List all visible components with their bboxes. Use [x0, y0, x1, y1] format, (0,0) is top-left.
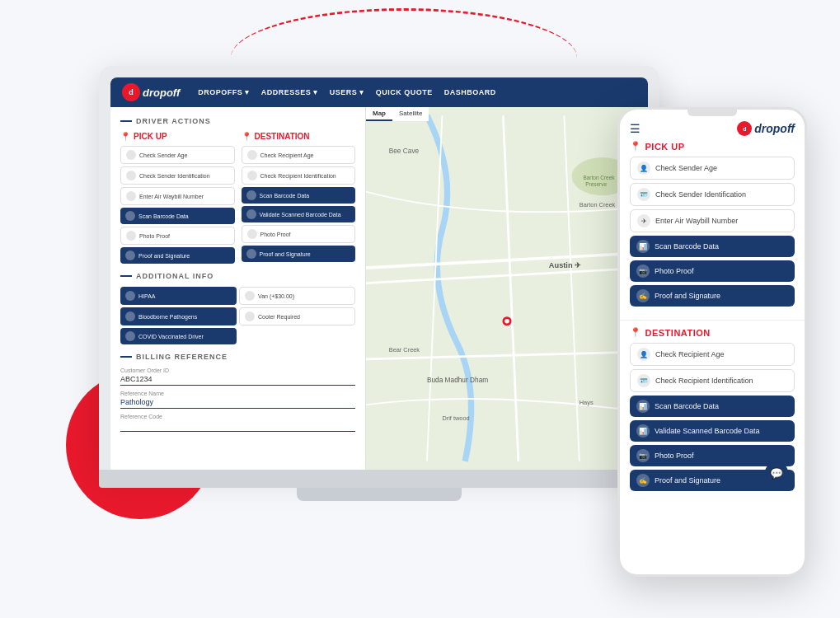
svg-text:Drif twood: Drif twood — [442, 414, 469, 422]
laptop-base — [99, 470, 659, 488]
sig-icon — [246, 249, 256, 259]
phone-check-recipient-id[interactable]: 🪪 Check Recipient Identification — [630, 369, 795, 392]
map-panel: Map Satellite — [366, 107, 648, 470]
additional-info-header: ADDITIONAL INFO — [120, 272, 355, 280]
user-icon: 👤 — [637, 348, 650, 361]
svg-text:Austin ✈: Austin ✈ — [549, 261, 581, 269]
ref-name-label: Reference Name — [120, 391, 355, 396]
van-btn[interactable]: Van (+$30.00) — [239, 287, 355, 305]
check-recipient-id-btn[interactable]: Check Recipient Identification — [242, 166, 356, 185]
phone-proof-sig-dest[interactable]: ✍ Proof and Signature 💬 — [630, 470, 795, 491]
phone-notch — [687, 110, 737, 116]
photo-icon — [247, 229, 257, 239]
nav-logo-text: dropoff — [143, 87, 180, 99]
map-tab-satellite[interactable]: Satellite — [392, 107, 429, 121]
svg-text:Barton Creek: Barton Creek — [580, 201, 616, 208]
billing-header: BILLING REFERENCE — [120, 353, 355, 361]
user-icon: 👤 — [637, 162, 650, 175]
sig-icon — [125, 250, 135, 260]
phone-content: ☰ d dropoff 📍 PICK UP 👤 Check Sender Age… — [620, 110, 805, 574]
user-icon — [126, 150, 136, 160]
phone-scan-barcode-dest[interactable]: 📊 Scan Barcode Data — [630, 396, 795, 417]
covid-icon — [125, 331, 135, 341]
phone-validate-barcode[interactable]: 📊 Validate Scanned Barcode Data — [630, 420, 795, 442]
user-icon — [247, 150, 257, 160]
navbar: d dropoff DROPOFFS ▾ ADDRESSES ▾ USERS ▾… — [110, 77, 648, 107]
nav-logo: d dropoff — [122, 83, 180, 101]
phone-check-recipient-age[interactable]: 👤 Check Recipient Age — [630, 343, 795, 366]
phone-photo-proof-pickup[interactable]: 📷 Photo Proof — [630, 260, 795, 282]
nav-items: DROPOFFS ▾ ADDRESSES ▾ USERS ▾ QUICK QUO… — [198, 88, 496, 96]
sig-icon: ✍ — [636, 289, 650, 302]
validate-barcode-btn[interactable]: Validate Scanned Barcode Data — [242, 206, 356, 222]
photo-proof-pickup-btn[interactable]: Photo Proof — [120, 227, 235, 245]
billing-section: Customer Order ID ABC1234 Reference Name… — [120, 368, 355, 432]
sig-icon: ✍ — [636, 474, 650, 487]
nav-dashboard[interactable]: DASHBOARD — [444, 88, 496, 96]
laptop: d dropoff DROPOFFS ▾ ADDRESSES ▾ USERS ▾… — [99, 66, 659, 527]
phone-enter-waybill[interactable]: ✈ Enter Air Waybill Number — [630, 209, 795, 232]
id-icon — [126, 171, 136, 180]
check-recipient-age-btn[interactable]: Check Recipient Age — [242, 146, 356, 164]
ref-code-label: Reference Code — [120, 414, 355, 419]
enter-waybill-btn[interactable]: Enter Air Waybill Number — [120, 187, 235, 205]
barcode-icon — [246, 190, 256, 200]
phone-logo-text: dropoff — [754, 122, 795, 135]
proof-sig-pickup-btn[interactable]: Proof and Signature — [120, 247, 235, 264]
phone-logo: d dropoff — [737, 121, 795, 136]
barcode-icon: 📊 — [636, 400, 650, 413]
phone-pickup-title: 📍 PICK UP — [630, 141, 795, 152]
pickup-title: 📍 PICK UP — [120, 132, 235, 141]
covid-btn[interactable]: COVID Vaccinated Driver — [120, 328, 237, 344]
photo-icon: 📷 — [636, 449, 650, 462]
waybill-icon — [126, 191, 136, 201]
phone-navbar: ☰ d dropoff — [620, 118, 805, 141]
photo-proof-dest-btn[interactable]: Photo Proof — [242, 225, 356, 243]
scan-barcode-dest-btn[interactable]: Scan Barcode Data — [242, 187, 356, 204]
main-content: DRIVER ACTIONS 📍 PICK UP — [110, 107, 648, 470]
destination-title: 📍 DESTINATION — [242, 132, 356, 141]
phone-scan-barcode-pickup[interactable]: 📊 Scan Barcode Data — [630, 236, 795, 257]
waybill-icon: ✈ — [637, 214, 650, 227]
map-tabs: Map Satellite — [366, 107, 429, 121]
check-sender-age-btn[interactable]: Check Sender Age — [120, 146, 235, 164]
phone-destination-section: 📍 DESTINATION 👤 Check Recipient Age 🪪 Ch… — [620, 327, 805, 501]
photo-icon: 📷 — [636, 265, 650, 278]
svg-text:Bear Creek: Bear Creek — [389, 346, 420, 353]
validate-icon: 📊 — [636, 424, 650, 438]
customer-order-value: ABC1234 — [120, 375, 355, 386]
phone-proof-sig-pickup[interactable]: ✍ Proof and Signature — [630, 285, 795, 307]
nav-users[interactable]: USERS ▾ — [330, 88, 364, 96]
map-tab-map[interactable]: Map — [366, 107, 392, 121]
phone: ☰ d dropoff 📍 PICK UP 👤 Check Sender Age… — [617, 107, 807, 577]
barcode-icon: 📊 — [636, 240, 650, 253]
nav-quick-quote[interactable]: QUICK QUOTE — [376, 88, 433, 96]
van-icon — [245, 291, 255, 301]
phone-check-sender-age[interactable]: 👤 Check Sender Age — [630, 157, 795, 180]
ref-code-value — [120, 421, 355, 432]
nav-dropoffs[interactable]: DROPOFFS ▾ — [198, 88, 250, 96]
cooler-btn[interactable]: Cooler Required — [239, 307, 355, 325]
id-icon: 🪪 — [637, 188, 650, 201]
pickup-section: 📍 PICK UP Check Sender Age C — [120, 132, 235, 264]
validate-icon — [246, 209, 256, 219]
customer-order-label: Customer Order ID — [120, 368, 355, 373]
svg-point-8 — [504, 319, 509, 324]
scan-barcode-pickup-btn[interactable]: Scan Barcode Data — [120, 208, 235, 224]
hamburger-menu[interactable]: ☰ — [630, 122, 641, 135]
laptop-body: d dropoff DROPOFFS ▾ ADDRESSES ▾ USERS ▾… — [99, 66, 659, 470]
hipaa-btn[interactable]: HIPAA — [120, 287, 237, 305]
left-panel: DRIVER ACTIONS 📍 PICK UP — [110, 107, 366, 470]
ref-name-value: Pathology — [120, 398, 355, 409]
chat-icon[interactable]: 💬 — [765, 461, 788, 485]
phone-logo-icon: d — [737, 121, 752, 136]
bloodborne-btn[interactable]: Bloodborne Pathogens — [120, 307, 237, 325]
check-sender-id-btn[interactable]: Check Sender Identification — [120, 166, 235, 185]
phone-body: ☰ d dropoff 📍 PICK UP 👤 Check Sender Age… — [617, 107, 807, 577]
phone-destination-title: 📍 DESTINATION — [630, 327, 795, 338]
driver-actions-header: DRIVER ACTIONS — [120, 117, 355, 125]
svg-text:Buda Madhur Dham: Buda Madhur Dham — [427, 376, 488, 384]
proof-sig-dest-btn[interactable]: Proof and Signature — [242, 246, 356, 262]
phone-check-sender-id[interactable]: 🪪 Check Sender Identification — [630, 183, 795, 206]
nav-addresses[interactable]: ADDRESSES ▾ — [261, 88, 318, 96]
